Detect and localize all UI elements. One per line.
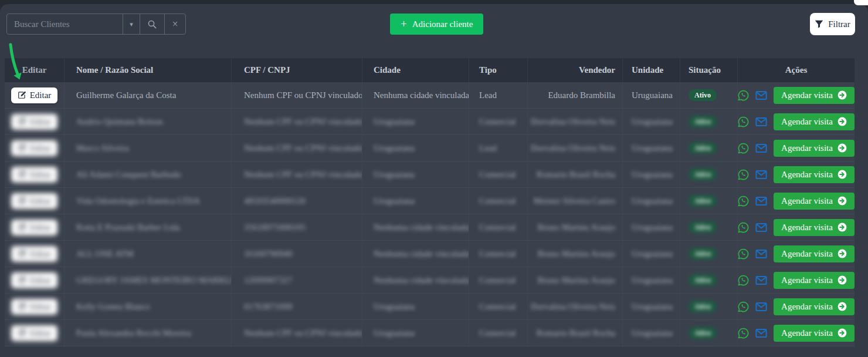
client-city: Nenhuma cidade vinculada! [374,275,469,285]
client-cpf-cnpj: Nenhum CPF ou CPNJ vinculado! [244,143,362,153]
edit-button[interactable]: Editar [11,246,58,262]
edit-button[interactable]: Editar [11,87,58,103]
clear-search-button[interactable]: × [164,14,186,35]
whatsapp-button[interactable] [738,275,749,286]
email-button[interactable] [755,328,767,338]
mail-icon [755,143,767,153]
edit-cell: Editar [5,294,65,319]
client-cpf-cnpj: 48593540000120 [244,196,306,206]
client-cpf-cnpj: 01763871099 [244,302,293,312]
schedule-visit-label: Agendar visita [781,328,833,338]
schedule-visit-button[interactable]: Agendar visita [774,113,855,130]
schedule-visit-button[interactable]: Agendar visita [774,166,855,183]
edit-button[interactable]: Editar [11,220,58,235]
pencil-square-icon [18,117,26,126]
search-dropdown-button[interactable]: ▾ [123,14,140,35]
edit-button-label: Editar [30,249,52,259]
schedule-visit-label: Agendar visita [781,90,833,100]
table-header-row: EditarNome / Razão SocialCPF / CNPJCidad… [5,58,855,82]
email-button[interactable] [755,90,767,100]
mail-icon [755,90,767,100]
whatsapp-icon [738,301,749,312]
whatsapp-button[interactable] [738,196,749,207]
whatsapp-button[interactable] [738,328,749,339]
email-button[interactable] [755,249,767,259]
schedule-visit-button[interactable]: Agendar visita [774,325,855,342]
schedule-visit-label: Agendar visita [781,302,833,312]
client-unit: Uruguaiana [632,302,673,312]
schedule-visit-button[interactable]: Agendar visita [774,87,855,104]
schedule-visit-button[interactable]: Agendar visita [774,298,855,315]
email-button[interactable] [755,170,767,180]
arrow-circle-icon [838,275,847,285]
schedule-visit-button[interactable]: Agendar visita [774,272,855,289]
whatsapp-icon [738,90,749,101]
client-unit: Uruguaiana [632,223,673,233]
schedule-visit-button[interactable]: Agendar visita [774,219,855,236]
edit-button[interactable]: Editar [11,114,58,130]
edit-button[interactable]: Editar [11,325,58,341]
arrow-circle-icon [838,223,847,232]
table-row: Editar Ali Adami Conquest Barbudo Nenhum… [5,161,855,188]
mail-icon [755,328,767,338]
schedule-visit-button[interactable]: Agendar visita [774,193,855,210]
whatsapp-button[interactable] [738,90,749,101]
email-button[interactable] [755,302,767,312]
edit-button-label: Editar [30,117,52,127]
email-button[interactable] [755,196,767,206]
table-row: Editar Rotta E Prazuski Barber Ltda 3561… [5,214,855,241]
add-client-button[interactable]: + Adicionar cliente [390,14,483,35]
whatsapp-button[interactable] [738,301,749,312]
client-name: Marco Silveira [76,143,129,153]
column-header-editar: Editar [5,58,65,82]
client-city: Nenhuma cidade vinculada! [374,249,469,259]
whatsapp-button[interactable] [738,116,749,127]
whatsapp-button[interactable] [738,222,749,233]
whatsapp-button[interactable] [738,248,749,260]
email-button[interactable] [755,275,767,285]
client-name: GREGORY JAMES MONTEIRO MARKLEW [76,275,232,285]
client-unit: Uruguaiana [632,196,673,206]
mail-icon [755,302,767,312]
email-button[interactable] [755,117,767,127]
edit-button-label: Editar [30,170,52,180]
edit-cell: Editar [5,82,65,108]
email-button[interactable] [755,143,767,153]
edit-button[interactable]: Editar [11,140,58,156]
whatsapp-button[interactable] [738,169,749,180]
clients-page: ▾ × + Adicionar cliente Filtrar EditarNo… [0,0,868,357]
edit-button[interactable]: Editar [11,193,58,209]
edit-button[interactable]: Editar [11,167,58,183]
table-row: Editar Kelly Gomes Blanco 01763871099 Ur… [5,294,855,320]
client-name: Ali Adami Conquest Barbudo [76,170,181,180]
schedule-visit-button[interactable]: Agendar visita [774,140,855,157]
search-input[interactable] [6,14,123,35]
edit-button[interactable]: Editar [11,272,58,288]
edit-button[interactable]: Editar [11,299,58,315]
actions-cell: Agendar visita [738,267,855,293]
whatsapp-icon [738,116,749,127]
client-city: Uruguaiana [374,196,415,206]
email-button[interactable] [755,223,767,233]
whatsapp-icon [738,248,749,260]
whatsapp-icon [738,169,749,180]
status-badge: Ativo [689,89,717,101]
client-name: Rotta E Prazuski Barber Ltda [76,223,180,233]
client-seller: Bruno Martins Araujo [538,249,616,259]
schedule-visit-button[interactable]: Agendar visita [774,245,855,262]
search-button[interactable] [140,14,165,35]
client-type: Comercial [479,223,516,233]
edit-cell: Editar [5,214,65,240]
chevron-down-icon: ▾ [130,21,133,28]
actions-cell: Agendar visita [738,214,855,240]
table-row: Editar Vida Odontologia e Estetica LTDA … [5,188,855,214]
client-seller: Dorvalina Oliveira Neis [531,143,615,153]
whatsapp-icon [738,222,749,233]
filter-label: Filtrar [828,19,850,29]
arrow-circle-icon [838,328,847,338]
whatsapp-button[interactable] [738,143,749,154]
whatsapp-icon [738,328,749,339]
search-group: ▾ × [6,14,186,35]
filter-button[interactable]: Filtrar [810,13,855,35]
client-type: Lead [479,90,497,100]
